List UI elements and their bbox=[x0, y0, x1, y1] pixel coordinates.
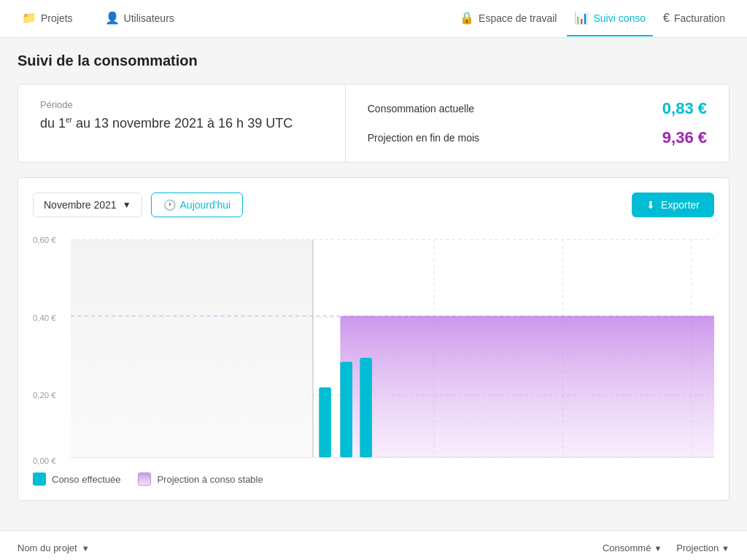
chevron-down-icon-projection: ▼ bbox=[721, 544, 729, 553]
svg-text:0,60 €: 0,60 € bbox=[33, 236, 56, 244]
svg-rect-15 bbox=[319, 387, 331, 457]
nav-right: 🔒 Espace de travail 📊 Suivi conso € Fact… bbox=[452, 1, 732, 36]
proj-swatch bbox=[138, 472, 151, 486]
bottom-projection-label: Projection bbox=[676, 542, 719, 553]
chevron-down-icon-consomme: ▼ bbox=[654, 544, 662, 553]
page-content: Suivi de la consommation Période du 1er … bbox=[0, 38, 747, 530]
page-title: Suivi de la consommation bbox=[18, 52, 729, 69]
period-value: du 1er au 13 novembre 2021 à 16 h 39 UTC bbox=[40, 116, 323, 131]
chart-area: 0,60 € 0,40 € 0,20 € 0,00 € bbox=[33, 232, 714, 465]
export-label: Exporter bbox=[661, 199, 700, 211]
today-label: Aujourd'hui bbox=[180, 199, 231, 211]
projection-label: Projection en fin de mois bbox=[368, 132, 479, 144]
svg-rect-17 bbox=[360, 358, 372, 458]
nav-espace-label: Espace de travail bbox=[479, 12, 557, 24]
svg-text:0,40 €: 0,40 € bbox=[33, 313, 56, 322]
nav-left: 📁 Projets 👤 Utilisateurs bbox=[15, 1, 182, 36]
nav-facturation[interactable]: € Facturation bbox=[656, 1, 732, 36]
projection-row: Projection en fin de mois 9,36 € bbox=[368, 128, 707, 147]
period-left: Période du 1er au 13 novembre 2021 à 16 … bbox=[18, 85, 346, 162]
svg-rect-13 bbox=[340, 316, 714, 457]
month-label: Novembre 2021 bbox=[44, 199, 117, 211]
period-card: Période du 1er au 13 novembre 2021 à 16 … bbox=[18, 84, 729, 163]
nav-facturation-label: Facturation bbox=[674, 12, 725, 24]
projection-value: 9,36 € bbox=[662, 128, 707, 147]
bottom-consomme[interactable]: Consommé ▼ bbox=[603, 542, 662, 553]
lock-icon: 🔒 bbox=[460, 11, 474, 25]
chart-controls: Novembre 2021 ▼ 🕐 Aujourd'hui ⬇ Exporter bbox=[33, 192, 714, 217]
period-label: Période bbox=[40, 99, 323, 110]
download-icon: ⬇ bbox=[646, 199, 655, 211]
nav-suivi[interactable]: 📊 Suivi conso bbox=[567, 1, 653, 36]
nav-espace[interactable]: 🔒 Espace de travail bbox=[452, 1, 564, 36]
bottom-nom-projet-label: Nom du projet bbox=[18, 542, 77, 553]
euro-icon: € bbox=[663, 12, 670, 25]
conso-row: Consommation actuelle 0,83 € bbox=[368, 99, 707, 118]
month-select[interactable]: Novembre 2021 ▼ bbox=[33, 192, 142, 217]
nav-utilisateurs-label: Utilisateurs bbox=[124, 12, 174, 24]
nav-projets[interactable]: 📁 Projets bbox=[15, 1, 80, 36]
conso-swatch bbox=[33, 472, 46, 486]
legend-proj: Projection à conso stable bbox=[138, 472, 263, 486]
bottom-nom-projet[interactable]: Nom du projet ▼ bbox=[18, 542, 90, 553]
legend-conso-label: Conso effectuée bbox=[52, 474, 120, 485]
svg-rect-8 bbox=[71, 240, 313, 458]
period-right: Consommation actuelle 0,83 € Projection … bbox=[346, 85, 729, 162]
chevron-down-icon: ▼ bbox=[82, 544, 90, 553]
legend-proj-label: Projection à conso stable bbox=[157, 474, 263, 485]
nav-suivi-label: Suivi conso bbox=[593, 12, 646, 24]
today-button[interactable]: 🕐 Aujourd'hui bbox=[151, 192, 244, 217]
chart-legend: Conso effectuée Projection à conso stabl… bbox=[33, 472, 714, 486]
chart-svg: 0,60 € 0,40 € 0,20 € 0,00 € bbox=[33, 232, 714, 465]
export-button[interactable]: ⬇ Exporter bbox=[632, 192, 714, 217]
bottom-right: Consommé ▼ Projection ▼ bbox=[603, 542, 729, 553]
user-icon: 👤 bbox=[105, 11, 120, 25]
chart-icon: 📊 bbox=[574, 11, 589, 25]
svg-text:0,20 €: 0,20 € bbox=[33, 391, 56, 400]
svg-rect-16 bbox=[340, 362, 352, 457]
folder-icon: 📁 bbox=[22, 11, 36, 25]
bottom-bar: Nom du projet ▼ Consommé ▼ Projection ▼ bbox=[0, 530, 747, 560]
bottom-projection[interactable]: Projection ▼ bbox=[676, 542, 729, 553]
legend-conso: Conso effectuée bbox=[33, 472, 120, 486]
conso-label: Consommation actuelle bbox=[368, 103, 474, 114]
chart-card: Novembre 2021 ▼ 🕐 Aujourd'hui ⬇ Exporter bbox=[18, 177, 729, 501]
bottom-consomme-label: Consommé bbox=[603, 542, 651, 553]
clock-icon: 🕐 bbox=[163, 199, 176, 211]
svg-text:0,00 €: 0,00 € bbox=[33, 456, 56, 465]
chevron-down-icon: ▼ bbox=[123, 200, 131, 210]
conso-value: 0,83 € bbox=[662, 99, 707, 118]
nav-projets-label: Projets bbox=[41, 12, 73, 24]
nav-utilisateurs[interactable]: 👤 Utilisateurs bbox=[98, 1, 182, 36]
top-nav: 📁 Projets 👤 Utilisateurs 🔒 Espace de tra… bbox=[0, 0, 747, 38]
